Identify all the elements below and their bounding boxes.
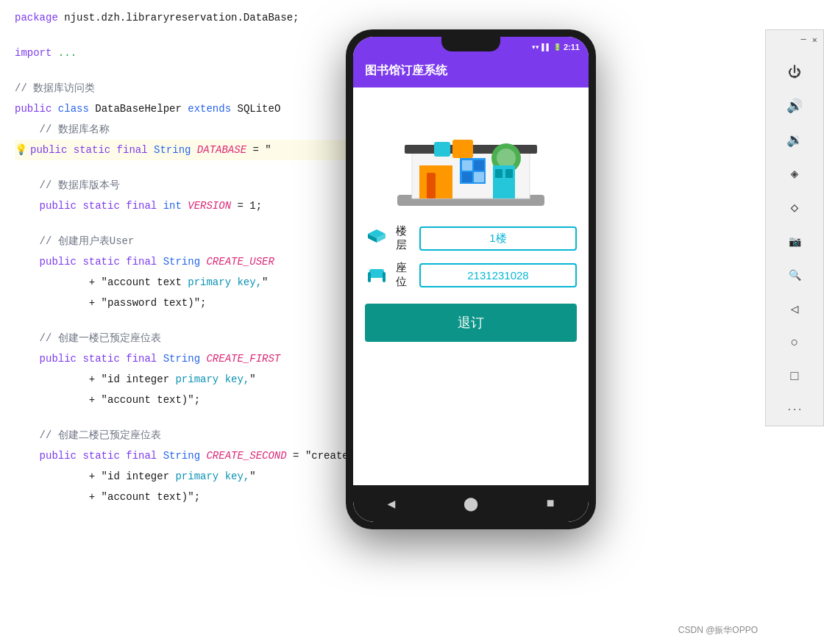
volume-down-icon[interactable]: 🔉 bbox=[778, 124, 811, 156]
minimize-button[interactable]: — bbox=[801, 35, 806, 46]
nav-recent-button[interactable]: ■ bbox=[547, 496, 555, 511]
notch bbox=[441, 37, 500, 51]
svg-rect-12 bbox=[452, 140, 473, 158]
svg-rect-24 bbox=[383, 272, 386, 278]
svg-rect-23 bbox=[368, 272, 371, 278]
time-display: 2:11 bbox=[564, 43, 580, 51]
close-button[interactable]: ✕ bbox=[812, 35, 817, 46]
rotate-icon[interactable]: ◈ bbox=[778, 157, 811, 190]
nav-back-button[interactable]: ◀ bbox=[387, 495, 395, 512]
unsubscribe-button[interactable]: 退订 bbox=[365, 304, 577, 342]
signal-icon: ▌▌ bbox=[541, 43, 551, 51]
phone-container: ▾▾ ▌▌ 🔋 2:11 图书馆订座系统 bbox=[346, 29, 596, 529]
app-bar: 图书馆订座系统 bbox=[353, 57, 589, 87]
phone-screen: ▾▾ ▌▌ 🔋 2:11 图书馆订座系统 bbox=[353, 37, 589, 522]
phone-bottom-nav: ◀ ⬤ ■ bbox=[353, 485, 589, 522]
svg-rect-7 bbox=[474, 160, 484, 171]
zoom-icon[interactable]: 🔍 bbox=[778, 259, 811, 291]
eraser-icon[interactable]: ◇ bbox=[778, 191, 811, 223]
svg-rect-6 bbox=[462, 160, 472, 171]
status-bar: ▾▾ ▌▌ 🔋 2:11 bbox=[353, 37, 589, 57]
watermark: CSDN @振华OPPO bbox=[678, 624, 758, 637]
more-icon[interactable]: ··· bbox=[778, 394, 811, 426]
floor-icon bbox=[365, 225, 388, 251]
right-panel: — ✕ ⏻ 🔊 🔉 ◈ ◇ 📷 🔍 ◁ ○ □ ··· bbox=[765, 29, 824, 426]
floor-input[interactable] bbox=[419, 226, 577, 251]
battery-icon: 🔋 bbox=[553, 43, 561, 51]
svg-rect-11 bbox=[497, 149, 516, 168]
camera-icon[interactable]: 📷 bbox=[778, 225, 811, 257]
watermark-text: CSDN @振华OPPO bbox=[678, 625, 758, 635]
library-illustration bbox=[383, 99, 559, 224]
seat-label: 座位 bbox=[396, 261, 412, 289]
power-icon[interactable]: ⏻ bbox=[778, 56, 811, 88]
floor-label: 楼层 bbox=[396, 224, 412, 252]
code-line-1: package njust.dzh.libraryreservation.Dat… bbox=[15, 7, 589, 28]
nav-home-button[interactable]: ⬤ bbox=[464, 495, 478, 512]
bulb-icon: 💡 bbox=[15, 140, 27, 160]
seat-input[interactable] bbox=[419, 263, 577, 287]
svg-rect-9 bbox=[474, 172, 484, 182]
svg-rect-20 bbox=[369, 269, 384, 278]
floor-row: 楼层 bbox=[365, 224, 577, 252]
back-icon[interactable]: ◁ bbox=[778, 293, 811, 325]
seat-icon bbox=[365, 262, 388, 288]
home-icon[interactable]: ○ bbox=[778, 326, 811, 359]
recent-icon[interactable]: □ bbox=[778, 360, 811, 393]
svg-rect-15 bbox=[495, 169, 502, 178]
app-title: 图书馆订座系统 bbox=[365, 64, 447, 76]
seat-row: 座位 bbox=[365, 261, 577, 289]
wifi-icon: ▾▾ bbox=[532, 43, 539, 51]
status-right: ▾▾ ▌▌ 🔋 2:11 bbox=[532, 43, 580, 51]
svg-rect-8 bbox=[462, 172, 472, 182]
panel-icon-list: ⏻ 🔊 🔉 ◈ ◇ 📷 🔍 ◁ ○ □ ··· bbox=[766, 50, 823, 432]
volume-up-icon[interactable]: 🔊 bbox=[778, 90, 811, 122]
phone-body: ▾▾ ▌▌ 🔋 2:11 图书馆订座系统 bbox=[346, 29, 596, 529]
panel-header: — ✕ bbox=[766, 30, 823, 50]
svg-rect-4 bbox=[427, 173, 436, 198]
svg-rect-3 bbox=[419, 165, 452, 198]
svg-rect-13 bbox=[434, 142, 450, 157]
svg-rect-16 bbox=[505, 169, 513, 178]
app-content: 楼层 座位 bbox=[353, 87, 589, 485]
